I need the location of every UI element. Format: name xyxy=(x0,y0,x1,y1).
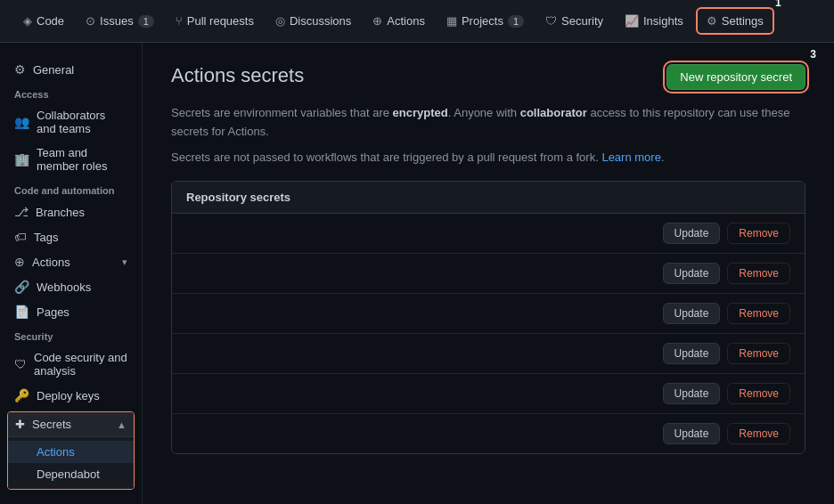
sidebar-item-deploy-keys[interactable]: 🔑 Deploy keys xyxy=(0,383,142,408)
table-row: Update Remove xyxy=(172,214,805,254)
nav-pull-requests[interactable]: ⑂ Pull requests xyxy=(167,9,263,33)
branches-icon: ⎇ xyxy=(14,205,29,219)
table-row: Update Remove xyxy=(172,334,805,374)
code-automation-section-label: Code and automation xyxy=(0,178,142,199)
nav-security[interactable]: 🛡 Security xyxy=(536,9,612,33)
secrets-sub-items: Actions Dependabot xyxy=(8,436,134,489)
new-secret-btn-wrapper: New repository secret 3 xyxy=(666,64,805,90)
sidebar-item-collaborators[interactable]: 👥 Collaborators and teams xyxy=(0,103,142,141)
issues-icon: ⊙ xyxy=(86,14,95,28)
remove-button-5[interactable]: Remove xyxy=(727,383,790,404)
sidebar-item-branches[interactable]: ⎇ Branches xyxy=(0,199,142,224)
table-row: Update Remove xyxy=(172,374,805,414)
remove-button-2[interactable]: Remove xyxy=(727,263,790,284)
update-button-3[interactable]: Update xyxy=(663,303,721,324)
update-button-6[interactable]: Update xyxy=(663,423,721,444)
main-content: Actions secrets New repository secret 3 … xyxy=(143,43,834,504)
sidebar-item-code-security[interactable]: 🛡 Code security and analysis xyxy=(0,345,142,383)
secrets-expand-toggle[interactable]: ✚ Secrets ▲ xyxy=(8,412,134,436)
new-repository-secret-button[interactable]: New repository secret xyxy=(666,64,805,90)
actions-nav-icon: ⊕ xyxy=(14,255,25,269)
table-row: Update Remove xyxy=(172,254,805,294)
table-row: Update Remove xyxy=(172,414,805,453)
secrets-chevron-up-icon: ▲ xyxy=(117,419,127,430)
sidebar-item-pages[interactable]: 📄 Pages xyxy=(0,299,142,324)
update-button-5[interactable]: Update xyxy=(663,383,721,404)
actions-icon: ⊕ xyxy=(372,14,382,28)
sidebar-item-actions[interactable]: ⊕ Actions ▾ xyxy=(0,249,142,274)
nav-actions[interactable]: ⊕ Actions xyxy=(364,9,434,33)
pull-requests-icon: ⑂ xyxy=(176,14,183,28)
security-icon: 🛡 xyxy=(545,14,557,28)
webhooks-icon: 🔗 xyxy=(14,280,29,294)
sidebar-item-dependabot[interactable]: Dependabot xyxy=(8,463,134,485)
table-row: Update Remove xyxy=(172,294,805,334)
remove-button-6[interactable]: Remove xyxy=(727,423,790,444)
learn-more-link[interactable]: Learn more xyxy=(601,150,660,164)
nav-code[interactable]: ◈ Code xyxy=(14,9,73,33)
pages-icon: 📄 xyxy=(14,305,29,319)
update-button-1[interactable]: Update xyxy=(663,223,721,244)
secrets-container: ✚ Secrets ▲ Actions Dependabot xyxy=(7,411,135,490)
secret-actions-4: Update Remove xyxy=(663,343,790,364)
security-section-label: Security xyxy=(0,324,142,345)
secrets-table-header: Repository secrets xyxy=(172,182,805,214)
update-button-4[interactable]: Update xyxy=(663,343,721,364)
secrets-icon: ✚ xyxy=(15,418,25,431)
secret-actions-2: Update Remove xyxy=(663,263,790,284)
code-icon: ◈ xyxy=(23,14,32,28)
nav-discussions[interactable]: ◎ Discussions xyxy=(266,9,360,33)
settings-icon: ⚙ xyxy=(707,14,717,28)
sidebar-item-tags[interactable]: 🏷 Tags xyxy=(0,224,142,249)
description-fork-text: Secrets are not passed to workflows that… xyxy=(171,149,805,167)
remove-button-4[interactable]: Remove xyxy=(727,343,790,364)
code-security-icon: 🛡 xyxy=(14,357,27,371)
projects-icon: ▦ xyxy=(446,14,457,28)
actions-chevron-icon: ▾ xyxy=(122,256,127,268)
access-section-label: Access xyxy=(0,82,142,103)
encrypted-text: encrypted xyxy=(393,106,448,119)
nav-projects[interactable]: ▦ Projects 1 xyxy=(437,9,533,33)
secret-actions-1: Update Remove xyxy=(663,223,790,244)
repository-secrets-table: Repository secrets Update Remove Update … xyxy=(171,181,805,454)
description-text: Secrets are environment variables that a… xyxy=(171,104,805,142)
sidebar-item-general[interactable]: ⚙ General xyxy=(0,57,142,82)
sidebar: ⚙ General Access 👥 Collaborators and tea… xyxy=(0,43,143,504)
member-roles-icon: 🏢 xyxy=(14,152,29,167)
page-header: Actions secrets New repository secret 3 xyxy=(171,64,805,90)
general-icon: ⚙ xyxy=(14,62,26,77)
update-button-2[interactable]: Update xyxy=(663,263,721,284)
discussions-icon: ◎ xyxy=(275,14,285,28)
nav-issues[interactable]: ⊙ Issues 1 xyxy=(77,9,163,33)
secrets-bordered-section: ✚ Secrets ▲ Actions Dependabot xyxy=(7,411,135,490)
deploy-keys-icon: 🔑 xyxy=(14,388,29,402)
layout: ⚙ General Access 👥 Collaborators and tea… xyxy=(0,43,834,504)
top-nav: ◈ Code ⊙ Issues 1 ⑂ Pull requests ◎ Disc… xyxy=(0,0,834,43)
nav-settings[interactable]: ⚙ Settings 1 xyxy=(696,7,774,35)
collaborator-text: collaborator xyxy=(520,106,587,119)
sidebar-item-member-roles[interactable]: 🏢 Team and member roles xyxy=(0,141,142,178)
sidebar-item-webhooks[interactable]: 🔗 Webhooks xyxy=(0,274,142,299)
sidebar-item-actions-secrets[interactable]: Actions xyxy=(8,441,134,463)
secret-actions-6: Update Remove xyxy=(663,423,790,444)
tags-icon: 🏷 xyxy=(14,230,27,244)
insights-icon: 📈 xyxy=(625,14,639,28)
remove-button-1[interactable]: Remove xyxy=(727,223,790,244)
nav-insights[interactable]: 📈 Insights xyxy=(616,9,692,33)
secret-actions-3: Update Remove xyxy=(663,303,790,324)
remove-button-3[interactable]: Remove xyxy=(727,303,790,324)
collaborators-icon: 👥 xyxy=(14,115,29,129)
page-title: Actions secrets xyxy=(171,64,304,87)
secret-actions-5: Update Remove xyxy=(663,383,790,404)
